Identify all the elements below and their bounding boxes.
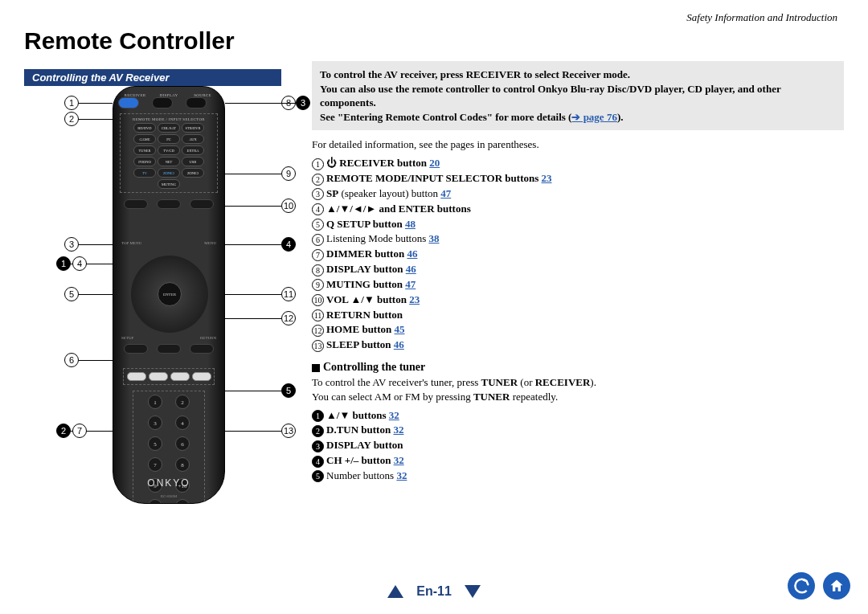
callout-10: 10 [281,199,296,213]
numpad-key: 1 [148,395,162,409]
page-footer: En-11 [0,577,868,606]
item-number-icon: 8 [312,264,324,276]
display-button-icon [152,97,173,108]
page-link[interactable]: 47 [405,278,416,290]
item-number-icon: 3 [312,188,324,200]
selector-key: CBL/SAT [158,123,180,133]
list-item: 9MUTING button 47 [312,277,844,293]
item-number-icon: 9 [312,279,324,291]
selector-label: REMOTE MODE / INPUT SELECTOR [122,117,215,121]
list-item: 4CH +/– button 32 [312,453,844,469]
item-number-icon: 3 [312,440,324,452]
note-line-2: You can also use the remote controller t… [320,82,836,110]
remote-body: RECEIVER DISPLAY SOURCE REMOTE MODE / IN… [113,86,225,504]
back-icon[interactable] [788,572,815,600]
page-link[interactable]: 47 [440,187,451,199]
model-label: RC-836M [113,494,224,498]
numpad-key: 2 [175,395,190,409]
callout-filled-1: 1 [56,256,71,271]
home-icon[interactable] [823,572,850,600]
square-bullet-icon [312,364,320,372]
list-item: 5Number buttons 32 [312,469,844,484]
list-item: 4▲/▼/◄/► and ENTER buttons [312,202,844,217]
list-item: 13SLEEP button 46 [312,338,844,353]
tuner-para-2: You can select AM or FM by pressing TUNE… [312,390,844,404]
callout-7: 7 [72,424,87,438]
list-item: 7DIMMER button 46 [312,247,844,262]
selector-key: NET [158,157,180,166]
page-link[interactable]: 32 [389,409,399,421]
item-number-icon: 11 [312,309,324,321]
selector-key: GAME [133,134,156,144]
list-item: 3SP (speaker layout) button 47 [312,186,844,202]
item-number-icon: 2 [312,174,324,186]
callout-1: 1 [64,96,79,110]
page-link[interactable]: 38 [428,232,439,244]
numpad-key: 4 [175,415,190,430]
list-item: 6Listening Mode buttons 38 [312,231,844,247]
setup-button [124,344,148,354]
callout-12: 12 [281,311,296,325]
selector-key: BD/DVD [133,123,156,133]
dpad-circle: ENTER [131,256,208,333]
list-item: 1⏻ RECEIVER button 20 [312,156,844,171]
tuner-subhead: Controlling the tuner [312,361,844,374]
vol-rocker [190,199,214,209]
page-link[interactable]: 48 [405,218,416,230]
page-link[interactable]: 46 [394,338,404,350]
numpad-key: 7 [148,457,162,472]
prev-page-icon[interactable] [387,585,403,598]
item-number-icon: 13 [312,340,324,352]
item-number-icon: 4 [312,203,324,215]
remote-diagram: 123145627 8391041112513 RECEIVER DISPLAY… [24,86,297,536]
list-item: 12HOME button 45 [312,322,844,338]
page-link[interactable]: 32 [396,469,407,481]
callout-filled-2: 2 [56,424,71,438]
page-link[interactable]: 46 [407,248,417,260]
numpad-key: 6 [175,436,190,451]
selector-key: ZONE3 [182,168,204,178]
page-link[interactable]: 23 [409,293,420,305]
item-number-icon: 5 [312,219,324,231]
page-link[interactable]: 32 [393,424,403,436]
numpad-key: CLR [175,499,190,504]
list-item: 2REMOTE MODE/INPUT SELECTOR buttons 23 [312,171,844,186]
list-item: 3DISPLAY button [312,438,844,453]
return-button [190,344,214,354]
numpad-key: 3 [148,415,162,430]
selector-key: AUX [182,134,204,144]
callout-2: 2 [64,112,79,126]
note-line-3: See "Entering Remote Control Codes" for … [320,110,836,125]
selector-key: TUNER [133,145,156,155]
tuner-para-1: To control the AV receiver's tuner, pres… [312,375,844,390]
page-link[interactable]: 45 [395,323,405,335]
page-76-link[interactable]: ➔ page 76 [571,111,617,123]
list-item: 1▲/▼ buttons 32 [312,408,844,424]
note-line-1: To control the AV receiver, press RECEIV… [320,68,836,82]
callout-5: 5 [64,287,79,301]
callout-filled-5: 5 [281,383,296,398]
next-page-icon[interactable] [465,585,481,598]
ch-rocker [157,199,181,209]
source-button-icon [186,97,207,108]
item-number-icon: 7 [312,249,324,261]
page-link[interactable]: 46 [406,263,416,275]
selector-key: MUTING [158,179,180,189]
page-link[interactable]: 20 [429,157,440,169]
page-link[interactable]: 32 [394,454,404,466]
item-number-icon: 1 [312,410,324,422]
page-link[interactable]: 23 [542,172,552,184]
callout-13: 13 [281,424,296,438]
item-number-icon: 12 [312,325,324,337]
item-number-icon: 2 [312,425,324,437]
tuner-item-list: 1▲/▼ buttons 322D.TUN button 323DISPLAY … [312,408,844,484]
page-title: Remote Controller [24,27,844,55]
callout-3: 3 [64,237,79,252]
list-item: 10VOL ▲/▼ button 23 [312,293,844,308]
receiver-button-icon [118,97,139,108]
item-number-icon: 10 [312,294,324,306]
enter-button: ENTER [158,282,182,306]
listening-mode-row [123,368,215,385]
intro-line: For detailed information, see the pages … [312,138,844,151]
callout-6: 6 [64,353,79,367]
